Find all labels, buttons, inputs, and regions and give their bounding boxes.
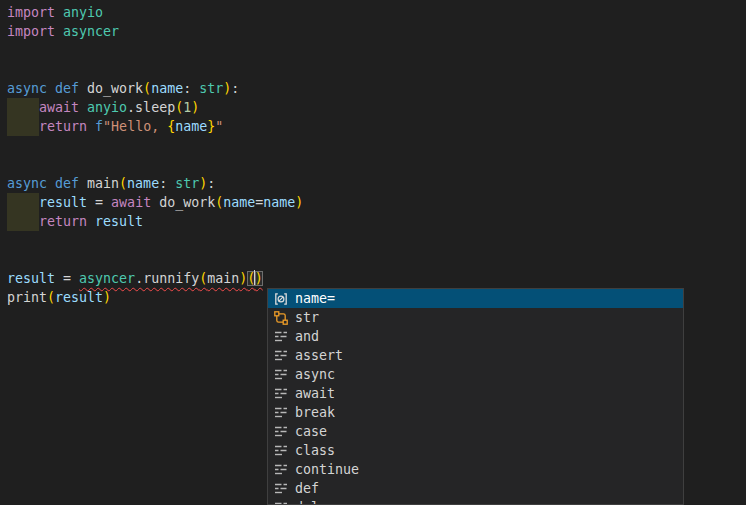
suggestion-item[interactable]: def (268, 479, 683, 498)
suggestion-item[interactable]: case (268, 422, 683, 441)
code-token: f (95, 119, 103, 134)
code-token: async def (7, 176, 87, 191)
suggestion-label: break (295, 403, 335, 422)
code-token: ) (255, 271, 263, 286)
field-icon (273, 291, 289, 307)
suggest-widget: name= str and assert async await break c… (267, 288, 684, 505)
suggestion-label: case (295, 422, 327, 441)
suggestion-item[interactable]: class (268, 441, 683, 460)
code-token (87, 119, 95, 134)
code-token: name (263, 195, 295, 210)
code-token: "Hello, (103, 119, 167, 134)
suggestion-label: assert (295, 346, 343, 365)
suggestion-label: del (295, 498, 319, 505)
code-token: return (39, 119, 87, 134)
code-token: main (87, 176, 119, 191)
code-token: do_work (87, 81, 143, 96)
suggestion-item[interactable]: and (268, 327, 683, 346)
code-token: import (7, 24, 55, 39)
code-line[interactable]: return f"Hello, {name}" (7, 117, 746, 136)
keyword-icon (273, 443, 289, 459)
suggestion-item[interactable]: assert (268, 346, 683, 365)
code-token (7, 98, 39, 117)
suggestion-item[interactable]: del (268, 498, 683, 505)
code-token (151, 195, 159, 210)
code-token: .sleep (127, 100, 175, 115)
code-token (7, 212, 39, 231)
code-token: str (175, 176, 199, 191)
suggestion-label: str (295, 308, 319, 327)
code-token: await (39, 100, 79, 115)
suggestion-label: name= (295, 289, 335, 308)
code-token: main (207, 271, 239, 286)
keyword-icon (273, 500, 289, 505)
code-token: : (183, 81, 199, 96)
code-line[interactable]: async def main(name: str): (7, 174, 746, 193)
code-token: : (207, 176, 215, 191)
code-token: result (55, 290, 103, 305)
code-line[interactable]: import anyio (7, 3, 746, 22)
code-area[interactable]: import anyioimport asyncerasync def do_w… (0, 0, 746, 307)
code-token: { (167, 119, 175, 134)
suggestion-label: async (295, 365, 335, 384)
code-token: result (95, 214, 143, 229)
code-line[interactable] (7, 250, 746, 269)
code-token: : (159, 176, 175, 191)
code-token: asyncer (79, 271, 135, 286)
suggestion-item[interactable]: break (268, 403, 683, 422)
suggestion-label: def (295, 479, 319, 498)
code-token: ) (199, 176, 207, 191)
code-token: ( (143, 81, 151, 96)
code-token: : (231, 81, 239, 96)
code-token: anyio (87, 100, 127, 115)
suggestion-label: continue (295, 460, 359, 479)
code-line[interactable] (7, 231, 746, 250)
suggestion-item[interactable]: await (268, 384, 683, 403)
code-line[interactable] (7, 60, 746, 79)
code-line[interactable]: await anyio.sleep(1) (7, 98, 746, 117)
suggestion-label: class (295, 441, 335, 460)
code-token: return (39, 214, 87, 229)
code-line[interactable] (7, 41, 746, 60)
code-line[interactable]: result = await do_work(name=name) (7, 193, 746, 212)
suggestion-label: and (295, 327, 319, 346)
suggestion-item[interactable]: continue (268, 460, 683, 479)
code-token: asyncer (63, 24, 119, 39)
suggestion-item[interactable]: name= (268, 289, 683, 308)
keyword-icon (273, 405, 289, 421)
keyword-icon (273, 386, 289, 402)
code-line[interactable]: import asyncer (7, 22, 746, 41)
code-line[interactable] (7, 155, 746, 174)
code-token (7, 193, 39, 212)
code-token: ( (199, 271, 207, 286)
keyword-icon (273, 329, 289, 345)
code-token: name (151, 81, 183, 96)
suggestion-item[interactable]: str (268, 308, 683, 327)
code-token: = (55, 271, 79, 286)
code-token: await (111, 195, 151, 210)
code-line[interactable]: result = asyncer.runnify(main)() (7, 269, 746, 288)
code-token: ) (191, 100, 199, 115)
code-editor[interactable]: import anyioimport asyncerasync def do_w… (0, 0, 746, 505)
code-token: ( (119, 176, 127, 191)
code-token: async def (7, 81, 87, 96)
code-token: name (223, 195, 255, 210)
code-token (55, 24, 63, 39)
suggestion-item[interactable]: async (268, 365, 683, 384)
code-line[interactable] (7, 136, 746, 155)
code-token: ) (103, 290, 111, 305)
code-token: name (175, 119, 207, 134)
code-token: print (7, 290, 47, 305)
code-line[interactable]: async def do_work(name: str): (7, 79, 746, 98)
keyword-icon (273, 462, 289, 478)
code-token: do_work (159, 195, 215, 210)
code-token (7, 117, 39, 136)
code-token: ( (47, 290, 55, 305)
code-token: result (7, 271, 55, 286)
keyword-icon (273, 348, 289, 364)
code-line[interactable]: return result (7, 212, 746, 231)
class-icon (273, 310, 289, 326)
code-token (87, 214, 95, 229)
code-token: ( (175, 100, 183, 115)
keyword-icon (273, 481, 289, 497)
